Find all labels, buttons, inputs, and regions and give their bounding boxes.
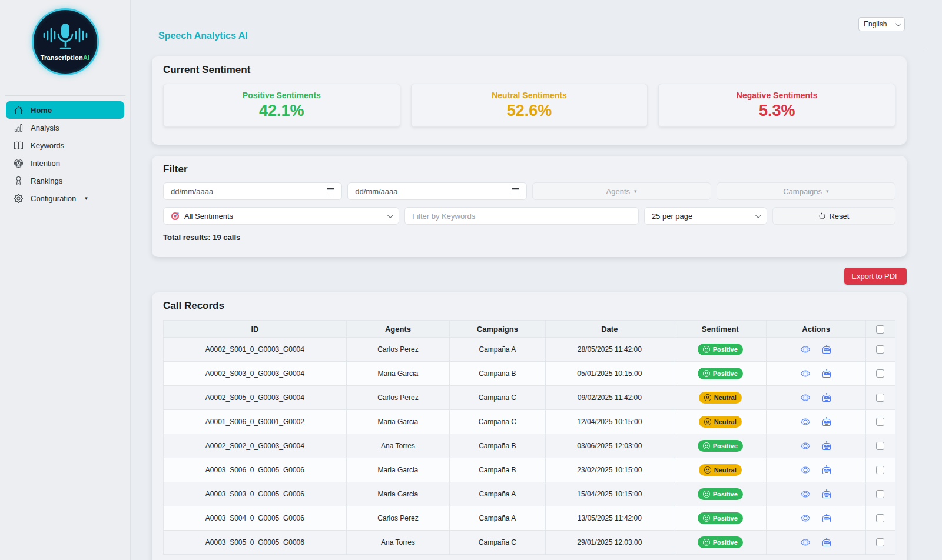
cell-select: [865, 362, 895, 386]
sidebar-item-intention[interactable]: Intention: [6, 154, 124, 172]
sentiment-badge-label: Neutral: [714, 419, 737, 425]
reset-button[interactable]: Reset: [772, 207, 895, 225]
sidebar-item-analysis[interactable]: Analysis: [6, 119, 124, 136]
sentiment-badge: Positive: [698, 536, 743, 548]
cell-sentiment: Positive: [674, 338, 767, 362]
cell-date: 15/04/2025 10:15:00: [545, 482, 674, 506]
cell-id: A0002_S005_0_G0003_G0004: [164, 386, 347, 410]
row-checkbox[interactable]: [876, 538, 884, 546]
sentiment-badge-label: Neutral: [714, 467, 737, 474]
cell-agent: Maria Garcia: [346, 362, 449, 386]
sentiment-badge: Positive: [698, 488, 743, 500]
logo-text: TranscriptionAI: [41, 54, 90, 61]
date-from-input[interactable]: dd/mm/aaaa: [163, 182, 342, 200]
export-pdf-button[interactable]: Export to PDF: [844, 268, 907, 285]
sentiment-badge-label: Positive: [713, 371, 738, 377]
cell-date: 23/02/2025 10:15:00: [545, 458, 674, 482]
filter-row-1: dd/mm/aaaa dd/mm/aaaa Agents ▾ Campaigns…: [163, 182, 895, 200]
caret-down-icon: ▾: [85, 195, 88, 201]
transcript-bot-button[interactable]: [822, 441, 831, 451]
sentiment-badge: Neutral: [699, 392, 742, 404]
date-to-input[interactable]: dd/mm/aaaa: [347, 182, 526, 200]
transcript-bot-button[interactable]: [822, 417, 831, 426]
transcript-bot-button[interactable]: [822, 465, 831, 475]
view-button[interactable]: [801, 465, 810, 475]
transcript-bot-button[interactable]: [822, 514, 831, 523]
agents-dropdown[interactable]: Agents ▾: [532, 182, 711, 200]
robot-icon: [822, 514, 831, 523]
cell-actions: [767, 531, 865, 555]
transcript-bot-button[interactable]: [822, 345, 831, 354]
cell-campaign: Campaña A: [450, 506, 545, 531]
header-divider: [141, 49, 924, 49]
sidebar-nav: Home Analysis Keywords Intention Ranking…: [0, 101, 130, 207]
cell-actions: [767, 458, 865, 482]
column-header-actions: Actions: [767, 321, 865, 338]
robot-icon: [822, 538, 831, 547]
view-button[interactable]: [801, 538, 810, 547]
transcript-bot-button[interactable]: [822, 538, 831, 547]
transcript-bot-button[interactable]: [822, 489, 831, 499]
row-checkbox[interactable]: [876, 345, 884, 354]
cell-agent: Ana Torres: [346, 531, 449, 555]
row-checkbox[interactable]: [876, 418, 884, 426]
sidebar-item-keywords[interactable]: Keywords: [6, 136, 124, 154]
logo-accent: AI: [83, 54, 89, 61]
row-checkbox[interactable]: [876, 369, 884, 378]
positive-sentiment-value: 42.1%: [259, 102, 304, 120]
keywords-input[interactable]: [412, 212, 631, 221]
logo-circle: TranscriptionAI: [32, 8, 99, 75]
cell-actions: [767, 338, 865, 362]
view-button[interactable]: [801, 369, 810, 378]
sentiment-filter-select[interactable]: All Sentiments: [163, 207, 399, 225]
cell-id: A0003_S003_0_G0005_G0006: [164, 482, 347, 506]
cell-agent: Carlos Perez: [346, 386, 449, 410]
cell-sentiment: Positive: [674, 506, 767, 531]
row-checkbox[interactable]: [876, 490, 884, 498]
date-from-placeholder: dd/mm/aaaa: [171, 187, 213, 196]
view-button[interactable]: [801, 441, 810, 451]
transcript-bot-button[interactable]: [822, 393, 831, 402]
row-checkbox[interactable]: [876, 442, 884, 450]
eye-icon: [801, 441, 810, 451]
cell-date: 28/05/2025 11:42:00: [545, 338, 674, 362]
sidebar-item-label: Analysis: [31, 124, 59, 132]
row-checkbox[interactable]: [876, 394, 884, 402]
smile-icon: [703, 370, 710, 377]
cell-select: [865, 482, 895, 506]
per-page-value: 25 per page: [652, 212, 692, 221]
select-all-checkbox[interactable]: [876, 325, 884, 334]
view-button[interactable]: [801, 393, 810, 402]
cell-agent: Maria Garcia: [346, 482, 449, 506]
cell-sentiment: Positive: [674, 531, 767, 555]
sentiment-badge-label: Positive: [713, 539, 738, 546]
sentiment-badge: Positive: [698, 512, 743, 524]
cell-actions: [767, 386, 865, 410]
per-page-select[interactable]: 25 per page: [644, 207, 767, 225]
robot-icon: [822, 345, 831, 354]
cell-sentiment: Neutral: [674, 386, 767, 410]
sentiment-badge: Positive: [698, 344, 743, 355]
current-sentiment-title: Current Sentiment: [163, 64, 895, 76]
sidebar-item-home[interactable]: Home: [6, 101, 124, 119]
sidebar-item-rankings[interactable]: Rankings: [6, 172, 124, 189]
cell-id: A0002_S001_0_G0003_G0004: [164, 338, 347, 362]
cell-campaign: Campaña A: [450, 482, 545, 506]
chevron-down-icon: [755, 212, 761, 218]
sentiment-filter-value: All Sentiments: [184, 212, 233, 221]
view-button[interactable]: [801, 345, 810, 354]
cell-campaign: Campaña B: [450, 434, 545, 458]
cell-select: [865, 338, 895, 362]
sentiment-badge: Neutral: [699, 464, 742, 476]
row-checkbox[interactable]: [876, 514, 884, 522]
view-button[interactable]: [801, 514, 810, 523]
row-checkbox[interactable]: [876, 466, 884, 474]
sentiment-badge: Positive: [698, 440, 743, 452]
cell-agent: Carlos Perez: [346, 506, 449, 531]
view-button[interactable]: [801, 417, 810, 426]
transcript-bot-button[interactable]: [822, 369, 831, 378]
campaigns-dropdown[interactable]: Campaigns ▾: [717, 182, 895, 200]
sidebar-item-configuration[interactable]: Configuration ▾: [6, 189, 124, 207]
language-select[interactable]: English: [858, 17, 905, 31]
view-button[interactable]: [801, 489, 810, 499]
